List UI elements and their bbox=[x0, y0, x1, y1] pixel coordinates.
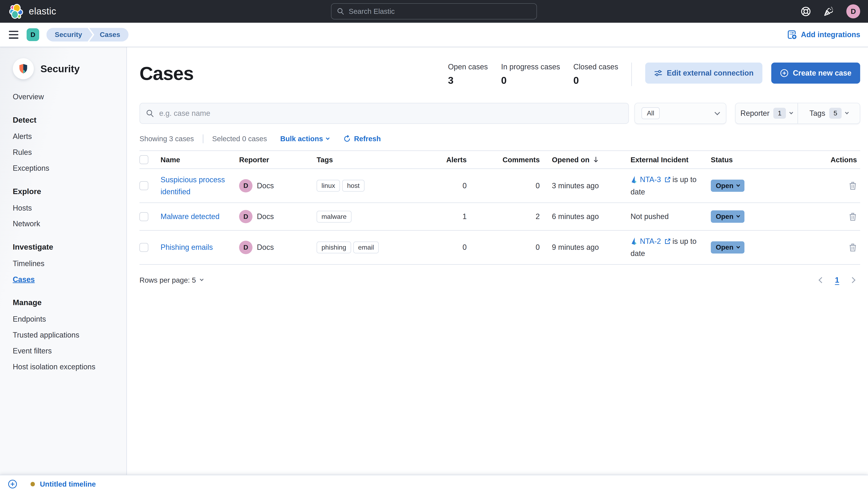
tag-pill: host bbox=[342, 180, 365, 192]
user-avatar[interactable]: D bbox=[846, 4, 860, 18]
table-row: Malware detected D Docs malware 1 2 6 mi… bbox=[139, 203, 860, 231]
sidebar-item-overview[interactable]: Overview bbox=[13, 92, 118, 101]
case-name-link[interactable]: Phishing emails bbox=[160, 241, 213, 253]
chevron-down-icon bbox=[326, 136, 329, 140]
sidebar-item-event-filters[interactable]: Event filters bbox=[13, 347, 118, 355]
tag-pill: phishing bbox=[317, 241, 351, 253]
reporter-name: Docs bbox=[257, 243, 274, 252]
elastic-brand[interactable]: elastic bbox=[8, 3, 56, 20]
news-feed-icon[interactable] bbox=[823, 6, 835, 17]
sidebar-item-cases[interactable]: Cases bbox=[13, 275, 118, 284]
sidebar-item-hosts[interactable]: Hosts bbox=[13, 204, 118, 212]
refresh-label: Refresh bbox=[354, 135, 381, 143]
rows-per-page-label: Rows per page: 5 bbox=[139, 276, 196, 284]
refresh-button[interactable]: Refresh bbox=[343, 135, 381, 143]
sidebar-heading-explore: Explore bbox=[13, 187, 118, 196]
column-header-tags[interactable]: Tags bbox=[317, 151, 417, 168]
column-header-name[interactable]: Name bbox=[160, 151, 239, 168]
comments-count: 2 bbox=[469, 208, 542, 226]
column-header-opened-on[interactable]: Opened on bbox=[542, 151, 631, 168]
column-header-comments[interactable]: Comments bbox=[469, 151, 542, 168]
case-search-input[interactable] bbox=[159, 109, 622, 118]
column-header-reporter[interactable]: Reporter bbox=[239, 151, 317, 168]
external-incident-link[interactable]: NTA-3 bbox=[640, 175, 661, 184]
reporter-name: Docs bbox=[257, 181, 274, 190]
sidebar-item-endpoints[interactable]: Endpoints bbox=[13, 315, 118, 323]
delete-case-icon[interactable] bbox=[849, 181, 857, 190]
opened-on-value: 9 minutes ago bbox=[542, 239, 631, 256]
search-icon bbox=[337, 7, 344, 15]
external-incident-status-text: Not pushed bbox=[631, 208, 711, 226]
stat-closed-cases: Closed cases 0 bbox=[573, 63, 618, 86]
status-filter-select[interactable]: All bbox=[635, 103, 726, 124]
toolbar: D Security Cases Add integrations bbox=[0, 23, 868, 47]
edit-external-connection-button[interactable]: Edit external connection bbox=[645, 63, 762, 84]
brand-name: elastic bbox=[29, 6, 56, 17]
sidebar-item-alerts[interactable]: Alerts bbox=[13, 132, 118, 141]
untitled-timeline-button[interactable]: Untitled timeline bbox=[30, 480, 96, 488]
elastic-logo-icon bbox=[8, 3, 25, 20]
sidebar-heading-manage: Manage bbox=[13, 298, 118, 307]
column-header-external-incident[interactable]: External Incident bbox=[631, 151, 711, 168]
space-badge[interactable]: D bbox=[27, 28, 39, 41]
chevron-down-icon bbox=[736, 214, 740, 218]
sidebar-item-trusted-applications[interactable]: Trusted applications bbox=[13, 331, 118, 339]
status-badge[interactable]: Open bbox=[711, 241, 745, 254]
timeline-bottom-bar: Untitled timeline bbox=[0, 475, 868, 493]
global-search-input[interactable] bbox=[349, 7, 531, 16]
previous-page-icon[interactable] bbox=[819, 277, 825, 283]
alerts-count: 1 bbox=[417, 208, 469, 226]
cases-table: Name Reporter Tags Alerts Comments Opene… bbox=[139, 150, 860, 265]
sidebar-item-network[interactable]: Network bbox=[13, 219, 118, 228]
menu-icon[interactable] bbox=[8, 28, 19, 41]
status-badge[interactable]: Open bbox=[711, 210, 745, 222]
add-integrations-icon bbox=[787, 30, 797, 40]
case-search[interactable] bbox=[139, 103, 629, 124]
page-number[interactable]: 1 bbox=[835, 276, 839, 284]
reporter-filter[interactable]: Reporter 1 bbox=[736, 103, 797, 124]
column-header-alerts[interactable]: Alerts bbox=[417, 151, 469, 168]
sidebar-item-host-isolation-exceptions[interactable]: Host isolation exceptions bbox=[13, 363, 118, 371]
selected-cases-text: Selected 0 cases bbox=[212, 135, 267, 143]
column-header-status[interactable]: Status bbox=[711, 151, 816, 168]
help-icon[interactable] bbox=[801, 6, 811, 17]
breadcrumb-cases[interactable]: Cases bbox=[89, 28, 129, 42]
delete-case-icon[interactable] bbox=[849, 243, 857, 252]
select-row-checkbox[interactable] bbox=[139, 243, 148, 252]
sidebar-item-timelines[interactable]: Timelines bbox=[13, 259, 118, 268]
untitled-timeline-label: Untitled timeline bbox=[40, 480, 96, 488]
refresh-icon bbox=[343, 135, 351, 143]
table-header-row: Name Reporter Tags Alerts Comments Opene… bbox=[139, 150, 860, 169]
select-row-checkbox[interactable] bbox=[139, 212, 148, 221]
status-badge[interactable]: Open bbox=[711, 179, 745, 192]
stat-in-progress-label: In progress cases bbox=[501, 63, 560, 71]
create-new-case-button[interactable]: Create new case bbox=[771, 63, 860, 84]
delete-case-icon[interactable] bbox=[849, 212, 857, 221]
rows-per-page-select[interactable]: Rows per page: 5 bbox=[139, 276, 203, 284]
add-integrations-button[interactable]: Add integrations bbox=[787, 30, 860, 40]
global-search[interactable] bbox=[331, 3, 537, 19]
status-label: Open bbox=[716, 243, 733, 251]
case-name-link[interactable]: Suspicious process identified bbox=[160, 174, 237, 198]
sidebar-title: Security bbox=[41, 63, 80, 74]
bulk-actions-button[interactable]: Bulk actions bbox=[280, 135, 329, 143]
stat-open-value: 3 bbox=[448, 74, 488, 86]
sidebar-heading-detect: Detect bbox=[13, 115, 118, 125]
sidebar-item-exceptions[interactable]: Exceptions bbox=[13, 164, 118, 173]
opened-on-value: 6 minutes ago bbox=[542, 208, 631, 226]
add-timeline-icon[interactable] bbox=[8, 479, 17, 489]
next-page-icon[interactable] bbox=[849, 277, 855, 283]
tags-filter[interactable]: Tags 5 bbox=[798, 103, 860, 124]
security-app-logo bbox=[13, 58, 34, 79]
breadcrumb: Security Cases bbox=[46, 28, 129, 42]
breadcrumb-security[interactable]: Security bbox=[46, 28, 93, 42]
select-all-checkbox[interactable] bbox=[139, 155, 148, 164]
tag-pill: malware bbox=[317, 211, 351, 222]
sidebar: Security Overview Detect Alerts Rules Ex… bbox=[0, 47, 127, 475]
external-incident-link[interactable]: NTA-2 bbox=[640, 237, 661, 245]
case-name-link[interactable]: Malware detected bbox=[160, 211, 220, 222]
timeline-status-dot bbox=[30, 482, 35, 486]
select-row-checkbox[interactable] bbox=[139, 181, 148, 190]
sidebar-item-rules[interactable]: Rules bbox=[13, 148, 118, 157]
comments-count: 0 bbox=[469, 239, 542, 256]
